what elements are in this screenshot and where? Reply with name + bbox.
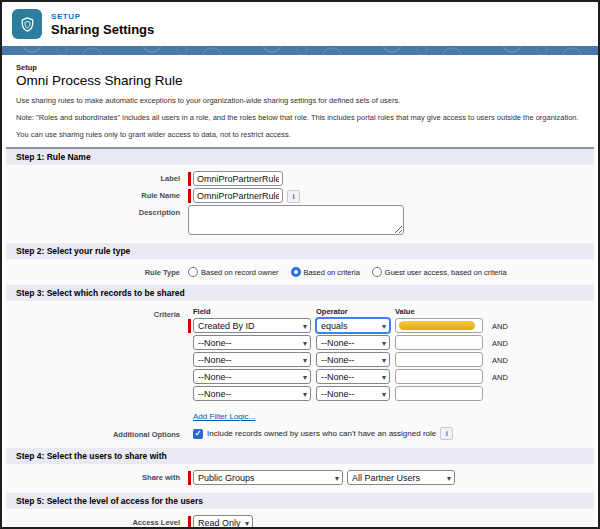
- step2-section-header: Step 2: Select your rule type: [6, 243, 594, 259]
- criteria-value-input[interactable]: [395, 369, 483, 384]
- criteria-field-select[interactable]: --None--: [193, 352, 311, 367]
- description-field-label: Description: [6, 205, 188, 217]
- info-icon[interactable]: [287, 190, 300, 203]
- header-titles: SETUP Sharing Settings: [51, 12, 154, 37]
- chevron-down-icon: [382, 372, 386, 382]
- sharing-rule-form: Step 1: Rule Name Label Rule Name Descri…: [6, 147, 594, 527]
- step5-section-body: Access Level Read Only: [6, 509, 594, 529]
- criteria-operator-select[interactable]: equals: [316, 318, 390, 333]
- step1-section-body: Label Rule Name Description: [6, 165, 594, 243]
- main-content: Setup Omni Process Sharing Rule Use shar…: [2, 55, 598, 527]
- setup-label: SETUP: [51, 12, 154, 21]
- joiner-label: AND: [492, 335, 508, 348]
- required-indicator: [188, 471, 191, 485]
- criteria-column-headers: Field Operator Value: [188, 307, 508, 316]
- setup-header: SETUP Sharing Settings: [2, 2, 598, 46]
- label-field-label: Label: [6, 171, 188, 183]
- criteria-value-input[interactable]: [395, 386, 483, 401]
- chevron-down-icon: [335, 473, 339, 483]
- joiner-label: AND: [492, 318, 508, 331]
- criteria-grid: Field Operator Value Created By ID e: [188, 307, 508, 425]
- value-column-header: Value: [395, 307, 483, 316]
- step3-section-header: Step 3: Select which records to be share…: [6, 285, 594, 301]
- chevron-down-icon: [303, 355, 307, 365]
- required-indicator: [188, 172, 191, 186]
- chevron-down-icon: [245, 518, 249, 528]
- step4-section-body: Share with Public Groups All Partner Use…: [6, 464, 594, 493]
- breadcrumb: Setup: [16, 63, 598, 72]
- radio-selected-icon[interactable]: [291, 267, 301, 277]
- step5-section-header: Step 5: Select the level of access for t…: [6, 493, 594, 509]
- shield-icon: [19, 16, 36, 33]
- chevron-down-icon: [447, 473, 451, 483]
- chevron-down-icon: [303, 338, 307, 348]
- intro-text-2: Note: "Roles and subordinates" includes …: [16, 113, 584, 122]
- rule-type-options: Based on record owner Based on criteria …: [188, 265, 519, 277]
- radio-option-record-owner[interactable]: Based on record owner: [188, 267, 279, 277]
- radio-icon[interactable]: [372, 267, 382, 277]
- access-level-select[interactable]: Read Only: [193, 515, 253, 529]
- step2-section-body: Rule Type Based on record owner Based on…: [6, 259, 594, 285]
- criteria-value-input[interactable]: [395, 318, 483, 333]
- chevron-down-icon: [382, 338, 386, 348]
- criteria-operator-select[interactable]: --None--: [316, 386, 390, 401]
- rule-name-field-label: Rule Name: [6, 188, 188, 200]
- share-with-label: Share with: [6, 470, 188, 482]
- criteria-field-select[interactable]: Created By ID: [193, 318, 311, 333]
- step3-section-body: Criteria Field Operator Value Created By…: [6, 301, 594, 448]
- criteria-row-5: --None-- --None--: [188, 386, 508, 401]
- operator-column-header: Operator: [316, 307, 390, 316]
- criteria-value-input[interactable]: [395, 352, 483, 367]
- rule-name-input[interactable]: [193, 188, 283, 203]
- include-records-option: Include records owned by users who can't…: [193, 427, 453, 440]
- decorative-banner: [2, 46, 598, 55]
- criteria-field-select[interactable]: --None--: [193, 386, 311, 401]
- criteria-operator-select[interactable]: --None--: [316, 369, 390, 384]
- chevron-down-icon: [303, 321, 307, 331]
- add-filter-logic-link[interactable]: Add Filter Logic...: [193, 412, 255, 421]
- chevron-down-icon: [303, 372, 307, 382]
- criteria-row-4: --None-- --None-- AND: [188, 369, 508, 384]
- app-window: SETUP Sharing Settings Setup Omni Proces…: [0, 0, 600, 529]
- criteria-row-3: --None-- --None-- AND: [188, 352, 508, 367]
- chevron-down-icon: [382, 321, 386, 331]
- required-indicator: [188, 189, 191, 203]
- criteria-value-input[interactable]: [395, 335, 483, 350]
- radio-option-guest-user[interactable]: Guest user access, based on criteria: [372, 267, 507, 277]
- step4-section-header: Step 4: Select the users to share with: [6, 448, 594, 464]
- criteria-field-select[interactable]: --None--: [193, 369, 311, 384]
- share-with-value-select[interactable]: All Partner Users: [347, 470, 455, 485]
- chevron-down-icon: [382, 355, 386, 365]
- criteria-row-1: Created By ID equals AND: [188, 318, 508, 333]
- criteria-row-2: --None-- --None-- AND: [188, 335, 508, 350]
- info-icon[interactable]: [440, 427, 453, 440]
- description-textarea[interactable]: [188, 205, 404, 235]
- rule-type-label: Rule Type: [6, 265, 188, 277]
- required-indicator: [188, 319, 191, 333]
- intro-text-3: You can use sharing rules only to grant …: [16, 130, 584, 139]
- checked-checkbox-icon[interactable]: [193, 429, 203, 439]
- page-header-title: Sharing Settings: [51, 22, 154, 37]
- criteria-operator-select[interactable]: --None--: [316, 335, 390, 350]
- share-with-type-select[interactable]: Public Groups: [193, 470, 343, 485]
- include-records-label: Include records owned by users who can't…: [207, 429, 436, 438]
- sharing-settings-tile: [12, 9, 42, 39]
- radio-option-based-on-criteria[interactable]: Based on criteria: [291, 267, 360, 277]
- step1-section-header: Step 1: Rule Name: [6, 149, 594, 165]
- radio-icon[interactable]: [188, 267, 198, 277]
- required-indicator: [188, 516, 191, 529]
- joiner-label: AND: [492, 352, 508, 365]
- redacted-value-highlight: [399, 321, 475, 330]
- criteria-operator-select[interactable]: --None--: [316, 352, 390, 367]
- intro-text-1: Use sharing rules to make automatic exce…: [16, 96, 584, 105]
- criteria-label: Criteria: [6, 307, 188, 319]
- chevron-down-icon: [303, 389, 307, 399]
- label-input[interactable]: [193, 171, 283, 186]
- page-title: Omni Process Sharing Rule: [16, 73, 598, 88]
- chevron-down-icon: [382, 389, 386, 399]
- joiner-label: AND: [492, 369, 508, 382]
- criteria-field-select[interactable]: --None--: [193, 335, 311, 350]
- access-level-label: Access Level: [6, 515, 188, 527]
- field-column-header: Field: [193, 307, 311, 316]
- additional-options-label: Additional Options: [6, 427, 188, 439]
